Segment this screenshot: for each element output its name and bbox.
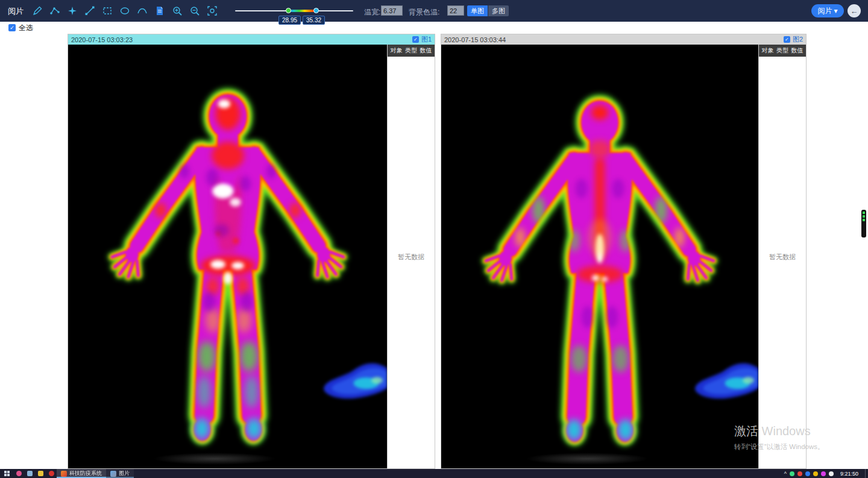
check-icon: ✓ bbox=[414, 37, 418, 42]
select-all-checkbox[interactable]: ✓ bbox=[8, 24, 16, 31]
app-icon bbox=[16, 471, 22, 476]
taskbar-app-pictures[interactable]: 图片 bbox=[106, 469, 134, 478]
taskbar-app-icon-3[interactable] bbox=[35, 469, 46, 478]
windows-taskbar: 科技防疫系统 图片 ^ 9:21:50 bbox=[0, 469, 868, 478]
tray-icon-red[interactable] bbox=[797, 471, 802, 476]
panel-2-tag: 图2 bbox=[793, 35, 803, 44]
pen-icon bbox=[32, 5, 43, 16]
check-icon: ✓ bbox=[10, 25, 14, 31]
panel-2-header[interactable]: 2020-07-15 03:03:44 ✓ 图2 bbox=[441, 34, 806, 45]
tray-icon-green[interactable] bbox=[790, 471, 794, 476]
point-marker-tool-button[interactable] bbox=[66, 5, 78, 17]
tray-expand-icon[interactable]: ^ bbox=[784, 471, 787, 477]
partial-thermal-object bbox=[321, 358, 387, 404]
read-film-dropdown-button[interactable]: 阅片 ▾ bbox=[811, 4, 844, 17]
top-toolbar: 阅片 28.95 35.32 温宽: 背景色温: 单图 多图 阅片 ▾ ← bbox=[0, 0, 868, 22]
read-film-label: 阅片 bbox=[817, 6, 832, 16]
slider-high-handle[interactable] bbox=[313, 8, 319, 13]
report-note-tool-button[interactable] bbox=[154, 5, 166, 17]
select-all-row: ✓ 全选 bbox=[0, 22, 868, 34]
pen-tool-button[interactable] bbox=[31, 5, 43, 17]
capture-tool-button[interactable] bbox=[206, 5, 218, 17]
tray-icon-pink[interactable] bbox=[821, 471, 826, 476]
slider-high-value: 35.32 bbox=[303, 16, 325, 25]
taskbar-app-icon-4[interactable] bbox=[46, 469, 57, 478]
show-desktop-button[interactable] bbox=[865, 469, 868, 478]
multi-image-button[interactable]: 多图 bbox=[488, 5, 509, 16]
thermal-figure-front bbox=[90, 78, 364, 464]
column-object: 对象 bbox=[391, 46, 403, 55]
partial-thermal-object bbox=[692, 358, 758, 404]
thermal-canvas-1[interactable] bbox=[68, 45, 387, 468]
taskbar-app-label: 科技防疫系统 bbox=[69, 470, 102, 477]
thermal-figure-back bbox=[465, 84, 734, 464]
node-path-icon bbox=[49, 5, 60, 16]
back-button[interactable]: ← bbox=[848, 4, 861, 17]
node-tool-button[interactable] bbox=[49, 5, 61, 17]
rect-select-tool-button[interactable] bbox=[101, 5, 113, 17]
line-icon bbox=[84, 5, 95, 16]
panel-1-table-header: 对象 类型 数值 bbox=[388, 45, 435, 57]
system-tray: ^ 9:21:50 bbox=[784, 469, 868, 478]
curve-tool-button[interactable] bbox=[136, 5, 148, 17]
taskbar-app-label: 图片 bbox=[119, 470, 130, 477]
arrow-left-icon: ← bbox=[851, 7, 858, 16]
floor-reflection bbox=[130, 450, 299, 467]
point-star-icon bbox=[67, 5, 78, 16]
column-value: 数值 bbox=[791, 46, 804, 55]
floor-reflection bbox=[503, 450, 671, 467]
thermal-canvas-2[interactable] bbox=[441, 45, 758, 468]
start-button[interactable] bbox=[0, 469, 13, 478]
pictures-icon bbox=[110, 471, 116, 477]
panel-1-data-sidebar: 对象 类型 数值 暂无数据 bbox=[387, 45, 435, 468]
slider-low-handle[interactable] bbox=[286, 8, 291, 13]
tray-icon-blue[interactable] bbox=[805, 471, 810, 476]
app-icon bbox=[49, 471, 54, 476]
document-icon bbox=[154, 5, 165, 16]
panel-2-checkbox[interactable]: ✓ bbox=[784, 36, 790, 43]
taskbar-app-epidemic-system[interactable]: 科技防疫系统 bbox=[57, 469, 106, 478]
taskbar-clock[interactable]: 9:21:50 bbox=[837, 471, 862, 477]
taskbar-app-icon-1[interactable] bbox=[13, 469, 24, 478]
panel-2-empty-text: 暂无数据 bbox=[759, 252, 806, 261]
app-mode-title: 阅片 bbox=[8, 6, 24, 17]
capture-frame-icon bbox=[207, 5, 218, 16]
folder-icon bbox=[38, 471, 43, 476]
panel-2-timestamp: 2020-07-15 03:03:44 bbox=[444, 36, 506, 43]
column-object: 对象 bbox=[762, 46, 774, 55]
panel-1-timestamp: 2020-07-15 03:03:23 bbox=[71, 36, 133, 43]
chevron-down-icon: ▾ bbox=[834, 7, 837, 15]
image-panel-2: 2020-07-15 03:03:44 ✓ 图2 bbox=[441, 34, 807, 469]
app-icon bbox=[61, 471, 67, 477]
panel-2-table-header: 对象 类型 数值 bbox=[759, 45, 806, 57]
panel-1-header[interactable]: 2020-07-15 03:03:23 ✓ 图1 bbox=[68, 34, 435, 45]
zoom-out-tool-button[interactable] bbox=[189, 5, 201, 17]
image-panel-1: 2020-07-15 03:03:23 ✓ 图1 bbox=[68, 34, 435, 469]
bg-color-temp-label: 背景色温: bbox=[409, 7, 439, 17]
tray-icon-white[interactable] bbox=[829, 471, 834, 476]
slider-color-range bbox=[288, 10, 316, 12]
panel-1-checkbox[interactable]: ✓ bbox=[412, 36, 419, 43]
edge-indicator-widget[interactable] bbox=[861, 210, 866, 237]
bg-color-temp-input[interactable] bbox=[447, 5, 464, 16]
ellipse-icon bbox=[119, 5, 130, 16]
zoom-in-icon bbox=[172, 5, 183, 16]
dashed-rect-icon bbox=[102, 5, 113, 16]
tool-group bbox=[31, 5, 218, 17]
check-icon: ✓ bbox=[785, 37, 789, 42]
column-type: 类型 bbox=[405, 46, 417, 55]
temp-width-input[interactable] bbox=[381, 5, 403, 16]
taskbar-app-icon-2[interactable] bbox=[24, 469, 35, 478]
zoom-in-tool-button[interactable] bbox=[171, 5, 183, 17]
tray-icon-yellow[interactable] bbox=[813, 471, 818, 476]
temperature-range-slider[interactable]: 28.95 35.32 bbox=[235, 0, 353, 22]
line-measure-tool-button[interactable] bbox=[84, 5, 96, 17]
column-type: 类型 bbox=[776, 46, 788, 55]
panel-2-data-sidebar: 对象 类型 数值 暂无数据 bbox=[758, 45, 806, 468]
panel-1-empty-text: 暂无数据 bbox=[388, 252, 435, 261]
zoom-out-icon bbox=[189, 5, 200, 16]
column-value: 数值 bbox=[420, 46, 432, 55]
app-icon bbox=[27, 471, 33, 476]
single-image-button[interactable]: 单图 bbox=[467, 5, 488, 16]
ellipse-tool-button[interactable] bbox=[119, 5, 131, 17]
